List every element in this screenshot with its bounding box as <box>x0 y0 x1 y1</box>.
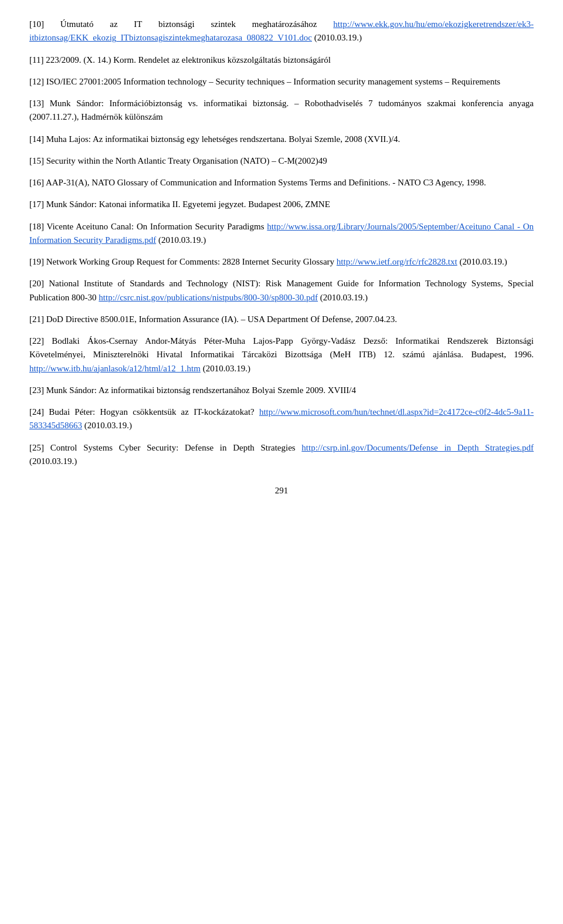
ref-24-label: [24] <box>29 407 44 417</box>
ref-item-21: [21] DoD Directive 8500.01E, Information… <box>29 313 534 326</box>
ref-15-text: [15] Security within the North Atlantic … <box>29 154 534 168</box>
ref-item-10: [10] Útmutató az IT biztonsági szintek m… <box>29 18 534 45</box>
ref-18-label: [18] <box>29 222 44 231</box>
ref-18-before: Vicente Aceituno Canal: On Information S… <box>47 222 267 231</box>
ref-item-19: [19] Network Working Group Request for C… <box>29 255 534 269</box>
ref-10-before: Útmutató az IT biztonsági szintek meghat… <box>60 19 334 29</box>
ref-15-before: Security within the North Atlantic Treat… <box>46 156 327 165</box>
ref-25-after: (2010.03.19.) <box>29 456 77 466</box>
ref-21-label: [21] <box>29 314 44 324</box>
ref-19-after: (2010.03.19.) <box>457 257 507 266</box>
ref-25-label: [25] <box>29 443 44 452</box>
ref-10-after: (2010.03.19.) <box>312 33 362 42</box>
ref-item-25: [25] Control Systems Cyber Security: Def… <box>29 441 534 469</box>
ref-25-link[interactable]: http://csrp.inl.gov/Documents/Defense in… <box>301 443 534 452</box>
ref-17-text: [17] Munk Sándor: Katonai informatika II… <box>29 198 534 211</box>
ref-21-text: [21] DoD Directive 8500.01E, Information… <box>29 313 534 326</box>
ref-23-text: [23] Munk Sándor: Az informatikai bizton… <box>29 384 534 397</box>
ref-25-text: [25] Control Systems Cyber Security: Def… <box>29 441 534 469</box>
ref-21-before: DoD Directive 8500.01E, Information Assu… <box>46 314 397 324</box>
ref-14-text: [14] Muha Lajos: Az informatikai biztons… <box>29 133 534 146</box>
ref-18-text: [18] Vicente Aceituno Canal: On Informat… <box>29 220 534 248</box>
ref-20-label: [20] <box>29 279 44 288</box>
ref-13-text: [13] Munk Sándor: Információbiztonság vs… <box>29 97 534 124</box>
ref-19-link[interactable]: http://www.ietf.org/rfc/rfc2828.txt <box>337 257 457 266</box>
ref-22-label: [22] <box>29 336 44 346</box>
references-list: [10] Útmutató az IT biztonsági szintek m… <box>29 18 534 468</box>
ref-24-after: (2010.03.19.) <box>82 421 132 430</box>
ref-item-17: [17] Munk Sándor: Katonai informatika II… <box>29 198 534 211</box>
ref-item-14: [14] Muha Lajos: Az informatikai biztons… <box>29 133 534 146</box>
ref-20-after: (2010.03.19.) <box>318 293 368 302</box>
ref-19-label: [19] <box>29 257 44 266</box>
ref-24-text: [24] Budai Péter: Hogyan csökkentsük az … <box>29 405 534 433</box>
ref-11-label: [11] <box>29 55 43 65</box>
ref-item-11: [11] 223/2009. (X. 14.) Korm. Rendelet a… <box>29 53 534 67</box>
ref-14-label: [14] <box>29 134 44 144</box>
ref-11-before: 223/2009. (X. 14.) Korm. Rendelet az ele… <box>46 55 331 65</box>
ref-17-before: Munk Sándor: Katonai informatika II. Egy… <box>46 199 330 209</box>
ref-12-label: [12] <box>29 77 44 86</box>
ref-item-15: [15] Security within the North Atlantic … <box>29 154 534 168</box>
ref-16-label: [16] <box>29 178 44 187</box>
ref-20-text: [20] National Institute of Standards and… <box>29 277 534 304</box>
ref-20-link[interactable]: http://csrc.nist.gov/publications/nistpu… <box>99 293 318 302</box>
ref-23-label: [23] <box>29 385 44 395</box>
ref-12-before: ISO/IEC 27001:2005 Information technolog… <box>46 77 500 86</box>
ref-10-label: [10] <box>29 19 44 29</box>
page-number-area: 291 <box>29 486 534 496</box>
ref-23-before: Munk Sándor: Az informatikai biztonság r… <box>46 385 356 395</box>
ref-22-after: (2010.03.19.) <box>201 364 250 373</box>
ref-16-text: [16] AAP-31(A), NATO Glossary of Communi… <box>29 176 534 189</box>
ref-item-12: [12] ISO/IEC 27001:2005 Information tech… <box>29 75 534 89</box>
ref-item-23: [23] Munk Sándor: Az informatikai bizton… <box>29 384 534 397</box>
ref-item-24: [24] Budai Péter: Hogyan csökkentsük az … <box>29 405 534 433</box>
ref-22-link[interactable]: http://www.itb.hu/ajanlasok/a12/html/a12… <box>29 364 201 373</box>
ref-22-before: Bodlaki Ákos-Csernay Andor-Mátyás Péter-… <box>29 336 534 359</box>
ref-13-before: Munk Sándor: Információbiztonság vs. inf… <box>29 99 534 121</box>
ref-17-label: [17] <box>29 199 44 209</box>
ref-item-16: [16] AAP-31(A), NATO Glossary of Communi… <box>29 176 534 189</box>
ref-19-before: Network Working Group Request for Commen… <box>46 257 337 266</box>
ref-13-label: [13] <box>29 99 44 108</box>
ref-15-label: [15] <box>29 156 44 165</box>
ref-11-text: [11] 223/2009. (X. 14.) Korm. Rendelet a… <box>29 53 534 67</box>
ref-25-before: Control Systems Cyber Security: Defense … <box>50 443 302 452</box>
ref-19-text: [19] Network Working Group Request for C… <box>29 255 534 269</box>
ref-24-before: Budai Péter: Hogyan csökkentsük az IT-ko… <box>49 407 259 417</box>
ref-item-22: [22] Bodlaki Ákos-Csernay Andor-Mátyás P… <box>29 334 534 375</box>
page-number: 291 <box>275 486 289 495</box>
ref-18-after: (2010.03.19.) <box>156 235 206 245</box>
ref-item-13: [13] Munk Sándor: Információbiztonság vs… <box>29 97 534 124</box>
ref-10-text: [10] Útmutató az IT biztonsági szintek m… <box>29 18 534 45</box>
ref-14-before: Muha Lajos: Az informatikai biztonság eg… <box>46 134 401 144</box>
ref-item-20: [20] National Institute of Standards and… <box>29 277 534 304</box>
ref-22-text: [22] Bodlaki Ákos-Csernay Andor-Mátyás P… <box>29 334 534 375</box>
ref-16-before: AAP-31(A), NATO Glossary of Communicatio… <box>46 178 486 187</box>
ref-12-text: [12] ISO/IEC 27001:2005 Information tech… <box>29 75 534 89</box>
ref-item-18: [18] Vicente Aceituno Canal: On Informat… <box>29 220 534 248</box>
